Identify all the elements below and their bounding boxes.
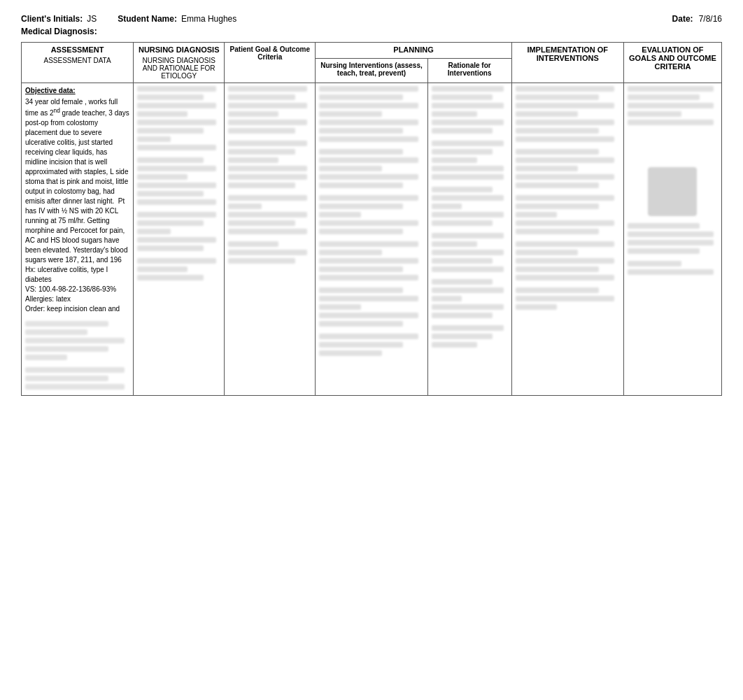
- student-name-value: Emma Hughes: [181, 14, 236, 24]
- th-assessment: ASSESSMENT Assessment Data: [22, 43, 134, 83]
- header-row-main: ASSESSMENT Assessment Data NURSING DIAGN…: [22, 43, 722, 59]
- th-nursing-interventions: Nursing Interventions (assess, teach, tr…: [316, 59, 427, 83]
- header-row-1: Client's Initials: JS Student Name: Emma…: [21, 14, 722, 24]
- client-initials-value: JS: [87, 14, 97, 24]
- assessment-cell: Objective data: 34 year old female , wor…: [22, 83, 134, 396]
- rationale-blurred: [432, 86, 508, 348]
- patient-goal-blurred: [228, 86, 311, 264]
- page-container: Client's Initials: JS Student Name: Emma…: [0, 0, 743, 410]
- evaluation-blurred: [628, 86, 718, 275]
- care-plan-table: ASSESSMENT Assessment Data NURSING DIAGN…: [21, 42, 722, 396]
- date-field: Date: 7/8/16: [672, 14, 722, 24]
- data-row-1: Objective data: 34 year old female , wor…: [22, 83, 722, 396]
- th-implementation: IMPLEMENTATION OF INTERVENTIONS: [511, 43, 623, 83]
- student-name-field: Student Name: Emma Hughes: [118, 14, 236, 24]
- patient-goal-cell: [225, 83, 316, 396]
- header-row-2: Medical Diagnosis:: [21, 27, 722, 36]
- evaluation-cell: [623, 83, 721, 396]
- assessment-text: 34 year old female , works full time as …: [25, 97, 129, 314]
- th-evaluation: EVALUATION OF GOALS AND OUTCOME CRITERIA: [623, 43, 721, 83]
- nursing-dx-cell: [134, 83, 225, 396]
- client-initials-field: Client's Initials: JS: [21, 14, 97, 24]
- nursing-dx-blurred: [137, 86, 220, 280]
- rationale-cell: [427, 83, 511, 396]
- th-nursing-dx: NURSING DIAGNOSIS Nursing Diagnosis and …: [134, 43, 225, 83]
- th-rationale: Rationale for Interventions: [427, 59, 511, 83]
- date-label: Date:: [672, 14, 693, 24]
- nursing-interventions-blurred: [319, 86, 423, 356]
- student-name-label: Student Name:: [118, 14, 177, 24]
- implementation-cell: [511, 83, 623, 396]
- header-section: Client's Initials: JS Student Name: Emma…: [21, 14, 722, 36]
- assessment-title: Objective data:: [25, 86, 129, 96]
- implementation-blurred: [516, 86, 620, 310]
- client-initials-label: Client's Initials:: [21, 14, 83, 24]
- assessment-blurred-lower: [25, 321, 129, 390]
- date-value: 7/8/16: [699, 14, 722, 24]
- th-patient-goal: Patient Goal & Outcome Criteria: [225, 43, 316, 83]
- medical-diagnosis-label: Medical Diagnosis:: [21, 27, 97, 36]
- th-planning: PLANNING: [316, 43, 511, 59]
- medical-diagnosis-field: Medical Diagnosis:: [21, 27, 97, 36]
- nursing-interventions-cell: [316, 83, 427, 396]
